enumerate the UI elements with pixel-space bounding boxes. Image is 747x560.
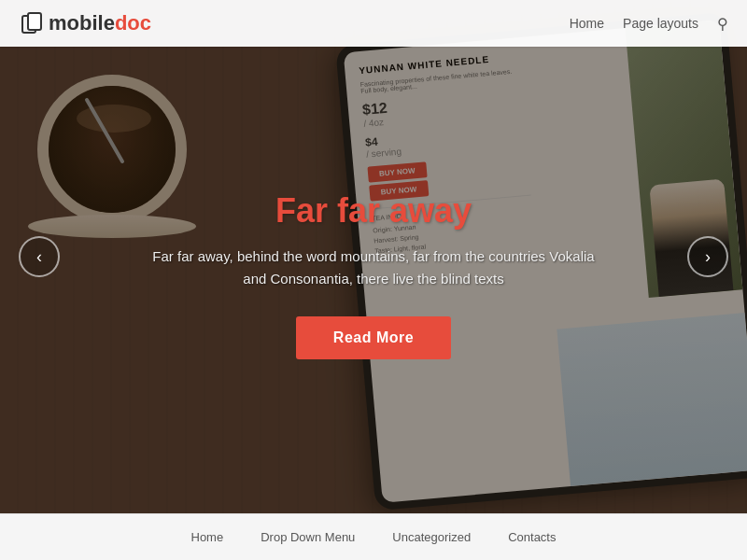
hero-background: YUNNAN WHITE NEEDLE Fascinating properti… bbox=[0, 0, 747, 513]
logo-mobile-text: mobile bbox=[49, 11, 115, 35]
logo: mobiledoc bbox=[19, 10, 151, 36]
carousel-prev-button[interactable]: ‹ bbox=[19, 236, 60, 277]
logo-icon bbox=[19, 10, 45, 36]
nav-home[interactable]: Home bbox=[570, 16, 604, 31]
chevron-left-icon: ‹ bbox=[36, 247, 42, 267]
nav-page-layouts[interactable]: Page layouts bbox=[623, 16, 698, 31]
hero-text-block: Far far away Far far away, behind the wo… bbox=[149, 191, 598, 359]
footer-nav-contacts[interactable]: Contacts bbox=[508, 530, 556, 544]
search-icon[interactable]: ⚲ bbox=[717, 15, 728, 33]
read-more-button[interactable]: Read More bbox=[296, 316, 451, 359]
footer-nav-dropdown-menu[interactable]: Drop Down Menu bbox=[261, 530, 355, 544]
hero-section: YUNNAN WHITE NEEDLE Fascinating properti… bbox=[0, 0, 747, 513]
header: mobiledoc Home Page layouts ⚲ bbox=[0, 0, 747, 47]
hero-subtitle: Far far away, behind the word mountains,… bbox=[149, 245, 598, 290]
svg-rect-1 bbox=[28, 13, 41, 30]
footer-nav-uncategorized[interactable]: Uncategorized bbox=[392, 530, 471, 544]
footer-nav: Home Drop Down Menu Uncategorized Contac… bbox=[0, 513, 747, 560]
chevron-right-icon: › bbox=[705, 247, 711, 267]
header-nav: Home Page layouts ⚲ bbox=[570, 15, 728, 33]
hero-title: Far far away bbox=[149, 191, 598, 231]
footer-nav-home[interactable]: Home bbox=[191, 530, 224, 544]
carousel-next-button[interactable]: › bbox=[687, 236, 728, 277]
logo-doc-text: doc bbox=[115, 11, 151, 35]
